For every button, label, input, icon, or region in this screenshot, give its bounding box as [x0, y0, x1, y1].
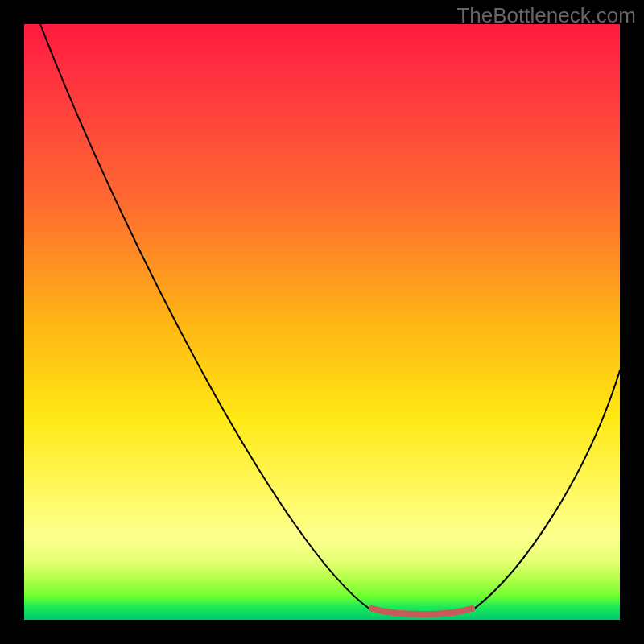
bottleneck-curve — [24, 24, 620, 620]
curve-optimal-segment — [372, 609, 472, 614]
watermark-text: TheBottleneck.com — [456, 3, 636, 28]
curve-line — [40, 24, 620, 613]
chart-frame: TheBottleneck.com — [0, 0, 644, 644]
plot-area — [24, 24, 620, 620]
